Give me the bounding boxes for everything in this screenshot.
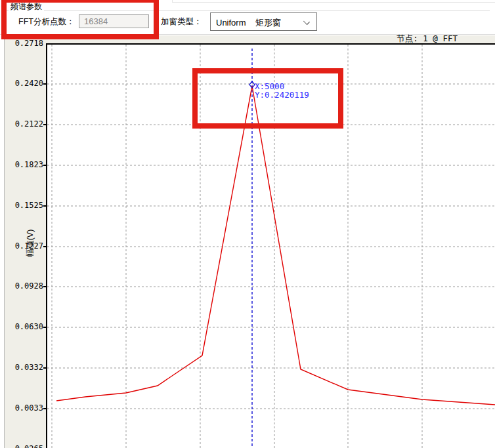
- y-tick-label: 0.2122: [5, 119, 43, 129]
- y-tick-label: 0.2420: [5, 79, 43, 88]
- highlight-rect-params: [1, 0, 159, 39]
- y-tick-mark: [43, 327, 46, 328]
- y-tick-mark: [43, 83, 46, 85]
- window-type-label: 加窗类型：: [161, 17, 202, 26]
- highlight-rect-peak: [192, 68, 343, 129]
- y-tick-label: 0.1227: [5, 241, 43, 251]
- y-tick-label: 0.0630: [5, 322, 43, 331]
- chevron-down-icon: [304, 19, 309, 24]
- y-tick-mark: [43, 246, 46, 247]
- y-tick-mark: [43, 165, 46, 166]
- y-tick-label: 0.0332: [5, 363, 43, 372]
- y-tick-label: 0.1823: [5, 160, 43, 169]
- window-type-value: Uniform 矩形窗: [216, 17, 281, 29]
- y-axis-title: 幅值(V): [25, 211, 35, 276]
- y-tick-mark: [43, 286, 46, 287]
- app-window: 频谱参数 FFT分析点数： 加窗类型： Uniform 矩形窗 节点: 1 @ …: [0, 0, 495, 448]
- y-tick-label: 0.1525: [5, 201, 43, 210]
- panel-top-divider-nub: [172, 0, 173, 3]
- y-tick-mark: [43, 205, 46, 207]
- y-tick-label: 0.0928: [5, 281, 43, 291]
- y-tick-label: 0.2718: [5, 39, 43, 48]
- y-tick-mark: [43, 408, 46, 409]
- y-tick-mark: [43, 367, 46, 369]
- y-tick-label: 0.0033: [5, 403, 43, 413]
- panel-top-divider: [172, 2, 495, 3]
- window-type-dropdown[interactable]: Uniform 矩形窗: [210, 12, 317, 31]
- y-tick-mark: [43, 124, 46, 125]
- y-tick-label: -0.0265: [5, 444, 43, 448]
